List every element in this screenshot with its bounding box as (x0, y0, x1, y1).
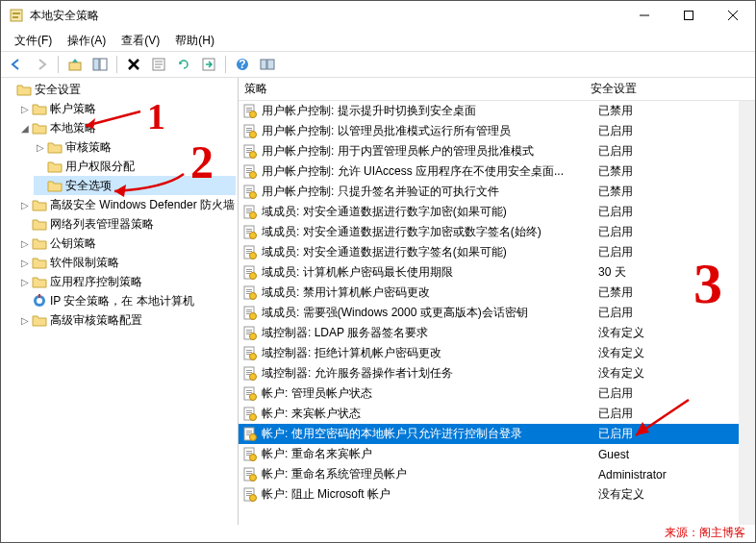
tree-item-1-0[interactable]: ▷审核策略 (34, 137, 236, 157)
show-hide-button[interactable] (88, 54, 112, 75)
policy-row-16[interactable]: 帐户: 使用空密码的本地帐户只允许进行控制台登录已启用 (239, 424, 755, 444)
policy-icon (242, 467, 258, 482)
up-button[interactable] (63, 54, 87, 75)
refresh-button[interactable] (172, 54, 195, 75)
minimize-button[interactable] (622, 1, 667, 30)
delete-button[interactable] (122, 54, 145, 75)
column-policy[interactable]: 策略 (239, 78, 585, 100)
policy-row-12[interactable]: 域控制器: 拒绝计算机帐户密码更改没有定义 (239, 343, 755, 363)
tree-item-1-2[interactable]: 安全选项 (34, 176, 236, 195)
policy-row-9[interactable]: 域成员: 禁用计算机帐户密码更改已禁用 (239, 283, 755, 303)
svg-rect-20 (267, 60, 274, 69)
policy-row-13[interactable]: 域控制器: 允许服务器操作者计划任务没有定义 (239, 363, 755, 383)
policy-setting: 已禁用 (598, 284, 755, 301)
svg-rect-0 (11, 10, 22, 21)
policy-row-11[interactable]: 域控制器: LDAP 服务器签名要求没有定义 (239, 323, 755, 343)
svg-rect-75 (246, 309, 252, 310)
svg-point-103 (250, 413, 257, 420)
menu-view[interactable]: 查看(V) (113, 31, 167, 51)
policy-row-8[interactable]: 域成员: 计算机帐户密码最长使用期限30 天 (239, 262, 755, 283)
svg-point-83 (250, 333, 257, 339)
tree-item-1-1[interactable]: 用户权限分配 (34, 157, 236, 176)
policy-row-15[interactable]: 帐户: 来宾帐户状态已启用 (239, 404, 755, 424)
tree-item-3[interactable]: 网络列表管理器策略 (18, 214, 236, 234)
menu-help[interactable]: 帮助(H) (167, 31, 222, 51)
policy-setting: 已禁用 (598, 163, 755, 180)
list-pane[interactable]: 策略 安全设置 用户帐户控制: 提示提升时切换到安全桌面已禁用用户帐户控制: 以… (239, 78, 755, 525)
svg-point-78 (250, 312, 257, 319)
options-button[interactable] (256, 54, 279, 75)
svg-rect-101 (246, 412, 252, 413)
properties-button[interactable] (147, 54, 170, 75)
tree-item-1[interactable]: ◢本地策略 (18, 118, 236, 137)
policy-row-14[interactable]: 帐户: 管理员帐户状态已启用 (239, 383, 755, 404)
close-button[interactable] (711, 1, 755, 30)
svg-rect-102 (246, 414, 250, 415)
tree-item-8[interactable]: ▷高级审核策略配置 (18, 310, 236, 330)
svg-rect-115 (246, 471, 252, 472)
svg-rect-35 (246, 148, 252, 149)
tree-item-0[interactable]: ▷帐户策略 (18, 99, 236, 118)
policy-row-3[interactable]: 用户帐户控制: 允许 UIAccess 应用程序在不使用安全桌面...已禁用 (239, 161, 755, 182)
svg-rect-57 (246, 233, 250, 234)
svg-rect-121 (246, 493, 252, 494)
svg-rect-23 (38, 294, 40, 298)
policy-row-10[interactable]: 域成员: 需要强(Windows 2000 或更高版本)会话密钥已启用 (239, 303, 755, 323)
policy-setting: 已启用 (598, 305, 755, 321)
policy-setting: 没有定义 (598, 325, 755, 341)
policy-row-6[interactable]: 域成员: 对安全通道数据进行数字加密或数字签名(始终)已启用 (239, 222, 755, 242)
tree-root[interactable]: 安全设置 (3, 80, 236, 99)
svg-rect-95 (246, 390, 252, 391)
policy-row-19[interactable]: 帐户: 阻止 Microsoft 帐户没有定义 (239, 484, 755, 505)
svg-rect-71 (246, 291, 252, 292)
export-button[interactable] (197, 54, 220, 75)
svg-rect-77 (246, 313, 250, 314)
policy-row-0[interactable]: 用户帐户控制: 提示提升时切换到安全桌面已禁用 (239, 101, 755, 121)
forward-button[interactable] (30, 54, 53, 75)
policy-name: 用户帐户控制: 提示提升时切换到安全桌面 (262, 103, 598, 119)
policy-row-4[interactable]: 用户帐户控制: 只提升签名并验证的可执行文件已禁用 (239, 182, 755, 202)
policy-row-18[interactable]: 帐户: 重命名系统管理员帐户Administrator (239, 464, 755, 484)
policy-icon (242, 386, 258, 402)
policy-row-2[interactable]: 用户帐户控制: 用于内置管理员帐户的管理员批准模式已启用 (239, 141, 755, 161)
tree-item-5[interactable]: ▷软件限制策略 (18, 253, 236, 272)
tree-pane[interactable]: 安全设置▷帐户策略◢本地策略▷审核策略用户权限分配安全选项▷高级安全 Windo… (1, 78, 239, 525)
back-button[interactable] (5, 54, 28, 75)
tree-item-7[interactable]: IP 安全策略，在 本地计算机 (18, 291, 236, 310)
menu-file[interactable]: 文件(F) (7, 31, 60, 51)
policy-row-1[interactable]: 用户帐户控制: 以管理员批准模式运行所有管理员已启用 (239, 121, 755, 141)
tree-item-6[interactable]: ▷应用程序控制策略 (18, 272, 236, 291)
policy-icon (242, 306, 258, 321)
tree-item-4[interactable]: ▷公钥策略 (18, 234, 236, 253)
column-setting[interactable]: 安全设置 (585, 78, 755, 100)
window-title: 本地安全策略 (30, 8, 622, 24)
policy-name: 用户帐户控制: 只提升签名并验证的可执行文件 (262, 184, 598, 200)
app-icon (9, 8, 24, 23)
policy-setting: 已启用 (598, 244, 755, 260)
svg-rect-62 (246, 253, 250, 254)
policy-icon (242, 225, 258, 240)
svg-rect-32 (246, 132, 250, 133)
help-button[interactable]: ? (231, 54, 254, 75)
svg-rect-66 (246, 271, 252, 272)
svg-rect-110 (246, 451, 252, 452)
scrollbar[interactable] (739, 101, 755, 525)
policy-name: 域成员: 对安全通道数据进行数字加密(如果可能) (262, 204, 598, 220)
svg-point-73 (250, 292, 257, 299)
toolbar: ? (1, 51, 755, 78)
svg-point-123 (250, 494, 257, 501)
maximize-button[interactable] (667, 1, 711, 30)
policy-setting: 已启用 (598, 143, 755, 160)
menu-action[interactable]: 操作(A) (60, 31, 113, 51)
svg-rect-8 (93, 59, 99, 70)
policy-setting: Guest (598, 448, 755, 461)
titlebar: 本地安全策略 (1, 1, 755, 30)
svg-rect-72 (246, 293, 250, 294)
svg-point-108 (250, 433, 257, 440)
policy-icon (242, 144, 258, 160)
policy-row-5[interactable]: 域成员: 对安全通道数据进行数字加密(如果可能)已启用 (239, 202, 755, 222)
svg-point-98 (250, 393, 257, 400)
policy-row-17[interactable]: 帐户: 重命名来宾帐户Guest (239, 444, 755, 464)
tree-item-2[interactable]: ▷高级安全 Windows Defender 防火墙 (18, 195, 236, 214)
policy-row-7[interactable]: 域成员: 对安全通道数据进行数字签名(如果可能)已启用 (239, 242, 755, 262)
